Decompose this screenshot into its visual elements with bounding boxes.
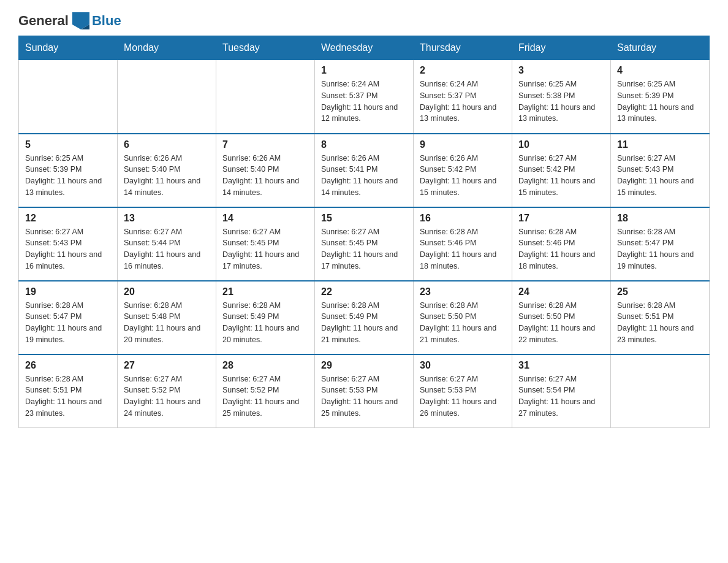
- day-number: 7: [222, 139, 308, 150]
- day-number: 31: [518, 360, 604, 371]
- day-number: 17: [518, 213, 604, 224]
- calendar-cell: 22Sunrise: 6:28 AM Sunset: 5:49 PM Dayli…: [315, 281, 414, 354]
- day-info: Sunrise: 6:27 AM Sunset: 5:42 PM Dayligh…: [518, 153, 604, 199]
- calendar-week-row: 5Sunrise: 6:25 AM Sunset: 5:39 PM Daylig…: [19, 134, 710, 207]
- calendar-cell: 21Sunrise: 6:28 AM Sunset: 5:49 PM Dayli…: [216, 281, 315, 354]
- calendar-week-row: 12Sunrise: 6:27 AM Sunset: 5:43 PM Dayli…: [19, 207, 710, 281]
- calendar-cell: 11Sunrise: 6:27 AM Sunset: 5:43 PM Dayli…: [611, 134, 710, 207]
- day-number: 29: [321, 360, 407, 371]
- day-number: 25: [617, 286, 703, 297]
- day-info: Sunrise: 6:28 AM Sunset: 5:49 PM Dayligh…: [222, 300, 308, 346]
- day-number: 11: [617, 139, 703, 150]
- day-info: Sunrise: 6:27 AM Sunset: 5:43 PM Dayligh…: [617, 153, 703, 199]
- day-info: Sunrise: 6:28 AM Sunset: 5:47 PM Dayligh…: [617, 226, 703, 272]
- calendar-cell: 26Sunrise: 6:28 AM Sunset: 5:51 PM Dayli…: [19, 354, 118, 428]
- day-number: 28: [222, 360, 308, 371]
- day-number: 9: [420, 139, 506, 150]
- calendar-header-tuesday: Tuesday: [216, 36, 315, 60]
- day-number: 8: [321, 139, 407, 150]
- day-info: Sunrise: 6:24 AM Sunset: 5:37 PM Dayligh…: [420, 79, 506, 124]
- day-number: 2: [420, 65, 506, 76]
- calendar-cell: 27Sunrise: 6:27 AM Sunset: 5:52 PM Dayli…: [118, 354, 216, 428]
- day-number: 23: [420, 286, 506, 297]
- logo-icon: [72, 12, 89, 29]
- calendar-week-row: 1Sunrise: 6:24 AM Sunset: 5:37 PM Daylig…: [19, 60, 710, 134]
- day-info: Sunrise: 6:28 AM Sunset: 5:47 PM Dayligh…: [25, 300, 111, 346]
- calendar-cell: 15Sunrise: 6:27 AM Sunset: 5:45 PM Dayli…: [315, 207, 414, 281]
- day-number: 12: [25, 213, 111, 224]
- calendar-cell: 14Sunrise: 6:27 AM Sunset: 5:45 PM Dayli…: [216, 207, 315, 281]
- day-info: Sunrise: 6:25 AM Sunset: 5:39 PM Dayligh…: [25, 153, 111, 199]
- day-number: 15: [321, 213, 407, 224]
- calendar-cell: 24Sunrise: 6:28 AM Sunset: 5:50 PM Dayli…: [512, 281, 611, 354]
- day-info: Sunrise: 6:26 AM Sunset: 5:41 PM Dayligh…: [321, 153, 407, 199]
- calendar-header-monday: Monday: [118, 36, 216, 60]
- calendar-cell: 7Sunrise: 6:26 AM Sunset: 5:40 PM Daylig…: [216, 134, 315, 207]
- calendar-cell: 25Sunrise: 6:28 AM Sunset: 5:51 PM Dayli…: [611, 281, 710, 354]
- day-info: Sunrise: 6:24 AM Sunset: 5:37 PM Dayligh…: [321, 79, 407, 124]
- day-number: 1: [321, 65, 407, 76]
- page-header: General Blue: [18, 12, 710, 29]
- day-number: 22: [321, 286, 407, 297]
- day-number: 5: [25, 139, 111, 150]
- day-number: 30: [420, 360, 506, 371]
- calendar-cell: 6Sunrise: 6:26 AM Sunset: 5:40 PM Daylig…: [118, 134, 216, 207]
- day-number: 26: [25, 360, 111, 371]
- calendar-cell: [611, 354, 710, 428]
- calendar-week-row: 26Sunrise: 6:28 AM Sunset: 5:51 PM Dayli…: [19, 354, 710, 428]
- calendar-cell: 2Sunrise: 6:24 AM Sunset: 5:37 PM Daylig…: [414, 60, 512, 134]
- calendar-cell: 16Sunrise: 6:28 AM Sunset: 5:46 PM Dayli…: [414, 207, 512, 281]
- day-number: 13: [124, 213, 210, 224]
- calendar-cell: 18Sunrise: 6:28 AM Sunset: 5:47 PM Dayli…: [611, 207, 710, 281]
- day-number: 19: [25, 286, 111, 297]
- calendar-cell: 9Sunrise: 6:26 AM Sunset: 5:42 PM Daylig…: [414, 134, 512, 207]
- day-number: 21: [222, 286, 308, 297]
- logo: General Blue: [18, 12, 121, 29]
- calendar-header-thursday: Thursday: [414, 36, 512, 60]
- calendar-cell: 30Sunrise: 6:27 AM Sunset: 5:53 PM Dayli…: [414, 354, 512, 428]
- day-info: Sunrise: 6:27 AM Sunset: 5:44 PM Dayligh…: [124, 226, 210, 272]
- calendar-cell: 20Sunrise: 6:28 AM Sunset: 5:48 PM Dayli…: [118, 281, 216, 354]
- calendar-cell: 13Sunrise: 6:27 AM Sunset: 5:44 PM Dayli…: [118, 207, 216, 281]
- day-info: Sunrise: 6:27 AM Sunset: 5:53 PM Dayligh…: [321, 373, 407, 419]
- day-info: Sunrise: 6:28 AM Sunset: 5:50 PM Dayligh…: [420, 300, 506, 346]
- day-info: Sunrise: 6:28 AM Sunset: 5:51 PM Dayligh…: [617, 300, 703, 346]
- calendar-cell: 4Sunrise: 6:25 AM Sunset: 5:39 PM Daylig…: [611, 60, 710, 134]
- day-info: Sunrise: 6:28 AM Sunset: 5:49 PM Dayligh…: [321, 300, 407, 346]
- day-number: 6: [124, 139, 210, 150]
- calendar-header-sunday: Sunday: [19, 36, 118, 60]
- calendar-cell: 3Sunrise: 6:25 AM Sunset: 5:38 PM Daylig…: [512, 60, 611, 134]
- calendar-header-row: SundayMondayTuesdayWednesdayThursdayFrid…: [19, 36, 710, 60]
- day-number: 14: [222, 213, 308, 224]
- logo-text-blue: Blue: [92, 13, 121, 29]
- day-info: Sunrise: 6:26 AM Sunset: 5:40 PM Dayligh…: [222, 153, 308, 199]
- calendar-header-wednesday: Wednesday: [315, 36, 414, 60]
- day-number: 20: [124, 286, 210, 297]
- calendar-cell: [118, 60, 216, 134]
- calendar-cell: 31Sunrise: 6:27 AM Sunset: 5:54 PM Dayli…: [512, 354, 611, 428]
- calendar-cell: 8Sunrise: 6:26 AM Sunset: 5:41 PM Daylig…: [315, 134, 414, 207]
- calendar-cell: 19Sunrise: 6:28 AM Sunset: 5:47 PM Dayli…: [19, 281, 118, 354]
- calendar-cell: 1Sunrise: 6:24 AM Sunset: 5:37 PM Daylig…: [315, 60, 414, 134]
- day-info: Sunrise: 6:28 AM Sunset: 5:46 PM Dayligh…: [420, 226, 506, 272]
- day-info: Sunrise: 6:27 AM Sunset: 5:54 PM Dayligh…: [518, 373, 604, 419]
- calendar-header-saturday: Saturday: [611, 36, 710, 60]
- day-number: 16: [420, 213, 506, 224]
- day-info: Sunrise: 6:27 AM Sunset: 5:52 PM Dayligh…: [222, 373, 308, 419]
- day-number: 27: [124, 360, 210, 371]
- calendar-cell: [19, 60, 118, 134]
- day-info: Sunrise: 6:28 AM Sunset: 5:51 PM Dayligh…: [25, 373, 111, 419]
- calendar-cell: 12Sunrise: 6:27 AM Sunset: 5:43 PM Dayli…: [19, 207, 118, 281]
- day-info: Sunrise: 6:28 AM Sunset: 5:50 PM Dayligh…: [518, 300, 604, 346]
- day-number: 24: [518, 286, 604, 297]
- day-number: 3: [518, 65, 604, 76]
- calendar-cell: 17Sunrise: 6:28 AM Sunset: 5:46 PM Dayli…: [512, 207, 611, 281]
- day-number: 4: [617, 65, 703, 76]
- day-info: Sunrise: 6:26 AM Sunset: 5:40 PM Dayligh…: [124, 153, 210, 199]
- day-info: Sunrise: 6:27 AM Sunset: 5:53 PM Dayligh…: [420, 373, 506, 419]
- day-info: Sunrise: 6:27 AM Sunset: 5:43 PM Dayligh…: [25, 226, 111, 272]
- calendar-cell: 10Sunrise: 6:27 AM Sunset: 5:42 PM Dayli…: [512, 134, 611, 207]
- calendar-cell: 5Sunrise: 6:25 AM Sunset: 5:39 PM Daylig…: [19, 134, 118, 207]
- calendar-week-row: 19Sunrise: 6:28 AM Sunset: 5:47 PM Dayli…: [19, 281, 710, 354]
- day-info: Sunrise: 6:28 AM Sunset: 5:48 PM Dayligh…: [124, 300, 210, 346]
